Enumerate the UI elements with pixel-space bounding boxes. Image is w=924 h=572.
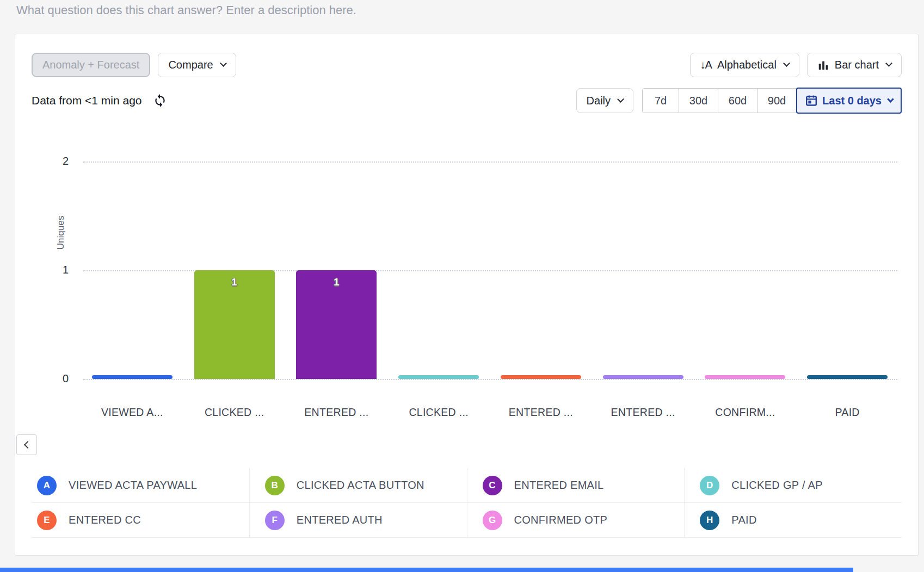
gridline-y0 bbox=[83, 379, 897, 380]
chart-card: Anomaly + Forecast Compare ↓A Alphabetic… bbox=[15, 34, 919, 556]
legend-item-label: CLICKED ACTA BUTTON bbox=[297, 479, 424, 492]
legend-item-e[interactable]: EENTERED CC bbox=[32, 503, 249, 538]
legend-item-g[interactable]: GCONFIRMED OTP bbox=[467, 503, 685, 538]
bar-3[interactable] bbox=[398, 375, 479, 379]
legend-series-badge: B bbox=[265, 476, 285, 495]
legend-series-badge: E bbox=[37, 511, 57, 530]
legend-series-badge: A bbox=[37, 476, 57, 495]
legend-item-label: PAID bbox=[731, 514, 756, 526]
legend-item-label: ENTERED CC bbox=[69, 514, 141, 526]
legend-item-h[interactable]: HPAID bbox=[684, 503, 902, 538]
legend-series-badge: F bbox=[265, 511, 285, 530]
chart-description-placeholder[interactable]: What question does this chart answer? En… bbox=[16, 3, 356, 17]
bottom-accent-strip bbox=[0, 568, 853, 572]
bar-6[interactable] bbox=[705, 375, 785, 379]
x-tick-label-1: CLICKED ... bbox=[183, 406, 286, 419]
bar-5[interactable] bbox=[603, 375, 683, 379]
legend-series-badge: C bbox=[483, 476, 502, 495]
y-tick-label-0: 0 bbox=[45, 372, 69, 385]
bar-2[interactable]: 1 bbox=[296, 270, 377, 379]
legend-item-a[interactable]: AVIEWED ACTA PAYWALL bbox=[32, 468, 249, 503]
legend-series-badge: G bbox=[483, 511, 502, 530]
legend-item-label: CONFIRMED OTP bbox=[514, 514, 608, 526]
y-axis-label: Uniques bbox=[56, 200, 66, 265]
y-tick-label-2: 2 bbox=[45, 155, 69, 167]
x-tick-label-7: PAID bbox=[796, 406, 898, 419]
chevron-left-icon bbox=[23, 441, 31, 449]
legend-series-badge: H bbox=[700, 511, 719, 530]
bar-4[interactable] bbox=[501, 375, 581, 379]
x-tick-label-4: ENTERED ... bbox=[490, 406, 592, 419]
x-tick-label-0: VIEWED A... bbox=[81, 406, 183, 419]
y-tick-label-1: 1 bbox=[45, 264, 69, 276]
legend-series-badge: D bbox=[700, 476, 719, 495]
bar-value-label: 1 bbox=[194, 277, 275, 288]
chart-legend: AVIEWED ACTA PAYWALLBCLICKED ACTA BUTTON… bbox=[32, 468, 902, 538]
chart-description-bar[interactable]: What question does this chart answer? En… bbox=[16, 3, 908, 17]
legend-item-f[interactable]: FENTERED AUTH bbox=[249, 503, 467, 538]
gridline-y2 bbox=[83, 161, 897, 163]
legend-item-label: VIEWED ACTA PAYWALL bbox=[69, 479, 197, 492]
x-tick-label-5: ENTERED ... bbox=[592, 406, 694, 419]
collapse-panel-button[interactable] bbox=[16, 434, 37, 455]
bar-0[interactable] bbox=[92, 375, 173, 379]
x-tick-label-3: CLICKED ... bbox=[387, 406, 490, 419]
legend-item-label: ENTERED AUTH bbox=[297, 514, 383, 526]
legend-item-d[interactable]: DCLICKED GP / AP bbox=[684, 468, 902, 503]
bar-7[interactable] bbox=[807, 375, 888, 379]
legend-item-b[interactable]: BCLICKED ACTA BUTTON bbox=[249, 468, 467, 503]
legend-item-label: ENTERED EMAIL bbox=[514, 479, 604, 492]
bar-1[interactable]: 1 bbox=[194, 270, 275, 379]
bar-value-label: 1 bbox=[296, 277, 377, 288]
x-tick-label-6: CONFIRM... bbox=[694, 406, 797, 419]
legend-item-label: CLICKED GP / AP bbox=[731, 479, 823, 492]
x-tick-label-2: ENTERED ... bbox=[286, 406, 388, 419]
legend-item-c[interactable]: CENTERED EMAIL bbox=[467, 468, 685, 503]
